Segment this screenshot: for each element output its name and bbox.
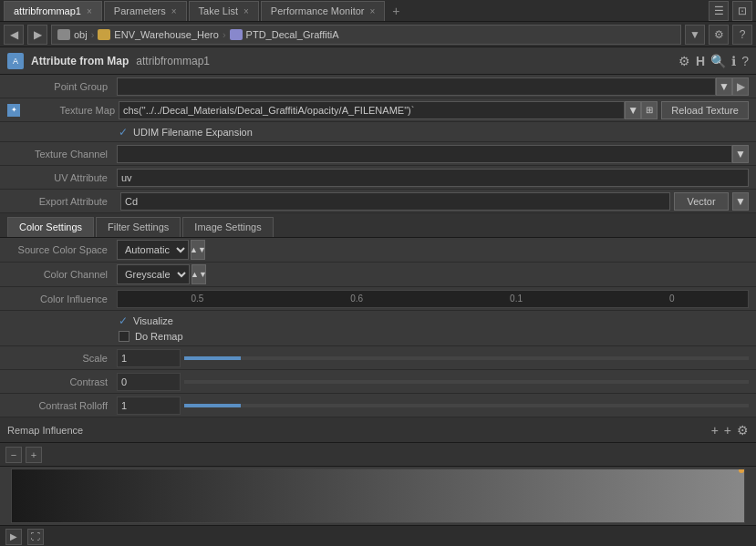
window-menu-button[interactable]: ☰ bbox=[709, 1, 729, 21]
color-channel-arrows[interactable]: ▲▼ bbox=[192, 264, 206, 284]
breadcrumb-sep1: › bbox=[91, 29, 95, 40]
source-color-space-wrap: Automatic ▲▼ bbox=[117, 240, 205, 260]
remap-gear-icon[interactable]: ⚙ bbox=[737, 423, 749, 438]
point-group-dropdown[interactable]: ▼ bbox=[716, 77, 732, 96]
contrast-rolloff-label: Contrast Rolloff bbox=[7, 400, 117, 411]
breadcrumb-obj: obj bbox=[74, 29, 88, 40]
gear-icon[interactable]: ⚙ bbox=[678, 54, 690, 68]
help-icon[interactable]: H bbox=[696, 54, 705, 68]
tab-take-list[interactable]: Take List × bbox=[189, 1, 259, 21]
tab-label: Parameters bbox=[114, 5, 166, 16]
texture-map-label: Texture Map bbox=[24, 105, 115, 116]
texture-channel-input[interactable] bbox=[117, 145, 732, 163]
texture-path-input[interactable] bbox=[119, 101, 625, 119]
uv-attribute-input[interactable] bbox=[117, 169, 749, 187]
influence-val-0: 0.5 bbox=[191, 294, 203, 304]
breadcrumb[interactable]: obj › ENV_Warehouse_Hero › PTD_Decal_Gra… bbox=[51, 25, 681, 45]
remap-add-icon[interactable]: + bbox=[711, 423, 719, 438]
tab-performance-monitor[interactable]: Performance Monitor × bbox=[261, 1, 386, 21]
contrast-rolloff-slider[interactable] bbox=[184, 404, 749, 407]
tab-filter-settings[interactable]: Filter Settings bbox=[96, 217, 181, 237]
texture-path-dropdown[interactable]: ▼ bbox=[625, 101, 641, 119]
contrast-label: Contrast bbox=[7, 376, 117, 387]
scale-row: Scale bbox=[0, 346, 756, 370]
node-name: attribfrommap1 bbox=[136, 55, 210, 67]
reload-texture-button[interactable]: Reload Texture bbox=[661, 101, 749, 119]
window-options-button[interactable]: ⊡ bbox=[732, 1, 752, 21]
color-influence-label: Color Influence bbox=[7, 294, 117, 304]
expand-button[interactable]: ⛶ bbox=[27, 529, 44, 545]
point-group-label: Point Group bbox=[7, 81, 117, 92]
back-icon: ◀ bbox=[10, 28, 18, 41]
color-channel-select[interactable]: Greyscale bbox=[117, 264, 190, 284]
udim-label: UDIM Filename Expansion bbox=[133, 127, 253, 138]
back-button[interactable]: ◀ bbox=[4, 25, 24, 45]
remap-plus-icon[interactable]: + bbox=[724, 423, 731, 438]
contrast-rolloff-input[interactable] bbox=[117, 397, 181, 415]
node-type-title: Attribute from Map bbox=[31, 55, 129, 67]
contrast-input[interactable] bbox=[117, 373, 181, 391]
bottom-bar: ▶ ⛶ bbox=[0, 525, 756, 546]
tab-add-button[interactable]: + bbox=[387, 2, 405, 20]
tab-parameters[interactable]: Parameters × bbox=[104, 1, 187, 21]
play-button[interactable]: ▶ bbox=[5, 529, 22, 545]
question-icon[interactable]: ? bbox=[741, 54, 749, 68]
tab-attribfrommap1[interactable]: attribfrommap1 × bbox=[4, 1, 102, 21]
point-group-arrow[interactable]: ▶ bbox=[732, 77, 749, 96]
tab-image-settings[interactable]: Image Settings bbox=[182, 217, 273, 237]
influence-val-3: 0 bbox=[669, 294, 675, 304]
remap-minus-button[interactable]: − bbox=[5, 447, 22, 463]
udim-check-icon: ✓ bbox=[119, 126, 128, 139]
contrast-row: Contrast bbox=[0, 370, 756, 394]
remap-header: Remap Influence + + ⚙ bbox=[0, 417, 756, 443]
gradient-canvas[interactable] bbox=[11, 469, 745, 523]
forward-icon: ▶ bbox=[34, 28, 42, 41]
uv-attribute-row: UV Attribute bbox=[0, 166, 756, 190]
visualize-check-icon: ✓ bbox=[119, 314, 128, 327]
tab-bar: attribfrommap1 × Parameters × Take List … bbox=[0, 0, 756, 22]
do-remap-checkbox[interactable] bbox=[119, 331, 129, 342]
header-tools: ⚙ H 🔍 ℹ ? bbox=[678, 54, 749, 68]
source-color-space-select[interactable]: Automatic bbox=[117, 240, 189, 260]
help-button[interactable]: ? bbox=[732, 25, 752, 45]
texture-expand-button[interactable]: ⊞ bbox=[641, 101, 658, 119]
tab-close-2[interactable]: × bbox=[243, 6, 249, 16]
settings-button[interactable]: ⚙ bbox=[709, 25, 729, 45]
tab-label: Performance Monitor bbox=[271, 5, 365, 16]
breadcrumb-sep2: › bbox=[223, 29, 226, 40]
breadcrumb-dropdown[interactable]: ▼ bbox=[685, 25, 705, 45]
tab-close-1[interactable]: × bbox=[171, 6, 177, 16]
export-type-dropdown[interactable]: ▼ bbox=[732, 192, 749, 211]
texture-channel-dropdown[interactable]: ▼ bbox=[732, 145, 749, 163]
texture-enable-icon[interactable]: ✦ bbox=[7, 104, 20, 117]
tab-close-0[interactable]: × bbox=[87, 6, 92, 16]
tab-label: Take List bbox=[199, 5, 238, 16]
forward-button[interactable]: ▶ bbox=[27, 25, 47, 45]
search-icon[interactable]: 🔍 bbox=[710, 54, 726, 68]
do-remap-label: Do Remap bbox=[135, 331, 183, 342]
export-type-button[interactable]: Vector bbox=[674, 192, 729, 211]
do-remap-item: Do Remap bbox=[119, 331, 749, 342]
export-attribute-input[interactable] bbox=[120, 192, 670, 211]
source-color-space-label: Source Color Space bbox=[7, 244, 117, 255]
header-row: A Attribute from Map attribfrommap1 ⚙ H … bbox=[0, 47, 756, 75]
tab-color-settings[interactable]: Color Settings bbox=[7, 217, 94, 237]
breadcrumb-icon-env bbox=[98, 29, 110, 40]
udim-row: ✓ UDIM Filename Expansion bbox=[0, 122, 756, 142]
color-influence-slider[interactable]: 0.5 0.6 0.1 0 bbox=[117, 290, 749, 308]
source-color-space-arrows[interactable]: ▲▼ bbox=[191, 240, 205, 260]
influence-labels: 0.5 0.6 0.1 0 bbox=[118, 294, 748, 304]
info-icon[interactable]: ℹ bbox=[731, 54, 736, 68]
contrast-rolloff-row: Contrast Rolloff bbox=[0, 394, 756, 417]
visualize-label: Visualize bbox=[133, 315, 173, 326]
remap-plus-button[interactable]: + bbox=[26, 447, 42, 463]
texture-map-row: ✦ Texture Map ▼ ⊞ Reload Texture bbox=[0, 98, 756, 122]
scale-slider[interactable] bbox=[184, 356, 749, 360]
point-group-input[interactable] bbox=[117, 77, 716, 96]
scale-input[interactable] bbox=[117, 349, 181, 367]
contrast-slider[interactable] bbox=[184, 380, 749, 384]
remap-actions: + + ⚙ bbox=[711, 423, 749, 438]
tab-close-3[interactable]: × bbox=[370, 6, 376, 16]
sub-tabs: Color Settings Filter Settings Image Set… bbox=[0, 213, 756, 238]
color-channel-wrap: Greyscale ▲▼ bbox=[117, 264, 206, 284]
